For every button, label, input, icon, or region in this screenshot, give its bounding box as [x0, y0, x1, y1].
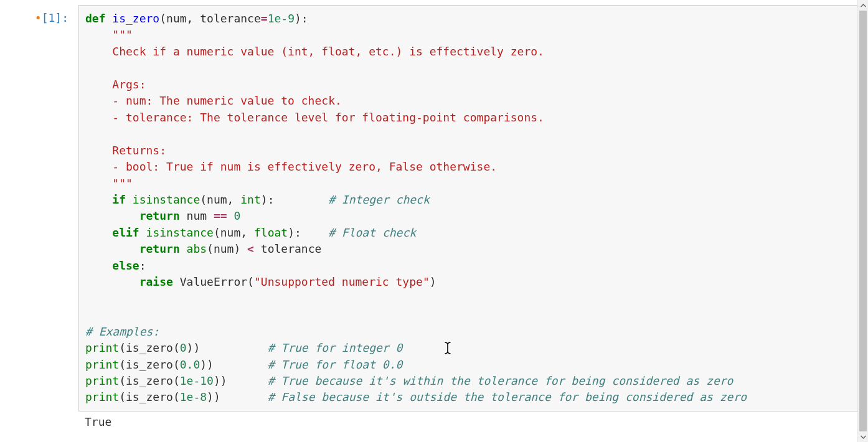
vertical-scrollbar[interactable]: [857, 0, 868, 442]
exec-count: [1]:: [42, 11, 68, 24]
output-cell: True: [0, 411, 868, 430]
stdout-text: True: [85, 414, 857, 430]
scrollbar-thumb[interactable]: [859, 11, 867, 431]
output-area: True: [78, 411, 863, 430]
code-cell[interactable]: •[1]: def is_zero(num, tolerance=1e-9): …: [0, 2, 868, 411]
chevron-up-icon: [861, 4, 866, 7]
scroll-up-button[interactable]: [858, 0, 868, 11]
chevron-down-icon: [861, 435, 866, 439]
modified-dot-icon: •: [35, 11, 42, 24]
input-prompt: •[1]:: [0, 5, 73, 24]
code-editor[interactable]: def is_zero(num, tolerance=1e-9): """ Ch…: [85, 11, 856, 406]
code-input-area[interactable]: def is_zero(num, tolerance=1e-9): """ Ch…: [78, 5, 863, 411]
notebook-scroll-area[interactable]: •[1]: def is_zero(num, tolerance=1e-9): …: [0, 0, 868, 442]
jupyter-viewport: •[1]: def is_zero(num, tolerance=1e-9): …: [0, 0, 868, 442]
scroll-down-button[interactable]: [858, 431, 868, 442]
scrollbar-track[interactable]: [858, 11, 868, 431]
